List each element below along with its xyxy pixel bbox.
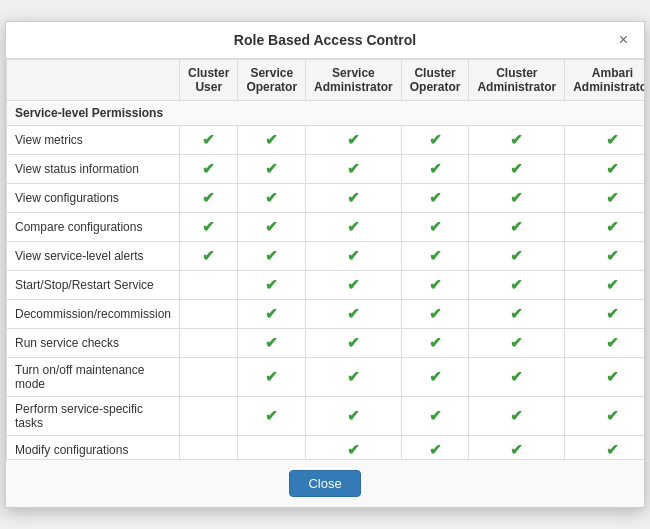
checkmark-icon: ✔ [202,131,215,148]
modal-title: Role Based Access Control [234,32,416,48]
col-cluster-administrator: Cluster Administrator [469,60,565,101]
close-button[interactable]: Close [289,470,360,497]
permission-value-cell: ✔ [401,397,469,436]
permission-value-cell: ✔ [469,242,565,271]
permission-value-cell [180,358,238,397]
permission-cell: Modify configurations [7,436,180,460]
permission-value-cell: ✔ [565,436,644,460]
permission-cell: View configurations [7,184,180,213]
checkmark-icon: ✔ [606,441,619,458]
permission-value-cell: ✔ [401,242,469,271]
permission-value-cell: ✔ [180,242,238,271]
checkmark-icon: ✔ [510,441,523,458]
permission-cell: Start/Stop/Restart Service [7,271,180,300]
table-row: Perform service-specific tasks✔✔✔✔✔ [7,397,645,436]
permission-value-cell: ✔ [565,271,644,300]
checkmark-icon: ✔ [265,131,278,148]
table-row: Turn on/off maintenance mode✔✔✔✔✔ [7,358,645,397]
permission-value-cell: ✔ [401,126,469,155]
checkmark-icon: ✔ [347,247,360,264]
checkmark-icon: ✔ [606,276,619,293]
close-x-button[interactable]: × [613,30,634,50]
checkmark-icon: ✔ [202,160,215,177]
permission-value-cell: ✔ [306,155,402,184]
permission-value-cell: ✔ [401,300,469,329]
checkmark-icon: ✔ [265,160,278,177]
table-row: Decommission/recommission✔✔✔✔✔ [7,300,645,329]
checkmark-icon: ✔ [202,218,215,235]
col-cluster-operator: Cluster Operator [401,60,469,101]
checkmark-icon: ✔ [347,160,360,177]
permission-value-cell: ✔ [180,155,238,184]
checkmark-icon: ✔ [606,160,619,177]
permission-value-cell: ✔ [238,300,306,329]
checkmark-icon: ✔ [429,441,442,458]
permission-cell: Turn on/off maintenance mode [7,358,180,397]
checkmark-icon: ✔ [510,189,523,206]
checkmark-icon: ✔ [429,160,442,177]
checkmark-icon: ✔ [265,368,278,385]
checkmark-icon: ✔ [347,218,360,235]
checkmark-icon: ✔ [510,276,523,293]
permission-value-cell: ✔ [238,184,306,213]
permission-value-cell: ✔ [401,436,469,460]
permission-value-cell: ✔ [469,213,565,242]
modal-footer: Close [6,459,644,507]
permission-value-cell: ✔ [180,184,238,213]
permission-value-cell: ✔ [306,271,402,300]
table-row: View configurations✔✔✔✔✔✔ [7,184,645,213]
table-row: View metrics✔✔✔✔✔✔ [7,126,645,155]
permission-value-cell: ✔ [306,184,402,213]
checkmark-icon: ✔ [265,189,278,206]
checkmark-icon: ✔ [606,368,619,385]
modal: Role Based Access Control × Cluster User… [5,21,645,508]
permission-value-cell: ✔ [401,155,469,184]
checkmark-icon: ✔ [429,131,442,148]
permission-value-cell: ✔ [238,155,306,184]
col-service-administrator: Service Administrator [306,60,402,101]
permission-value-cell: ✔ [469,358,565,397]
checkmark-icon: ✔ [347,334,360,351]
permission-value-cell [180,271,238,300]
checkmark-icon: ✔ [265,218,278,235]
permission-value-cell: ✔ [306,329,402,358]
checkmark-icon: ✔ [429,334,442,351]
checkmark-icon: ✔ [606,305,619,322]
table-row: View service-level alerts✔✔✔✔✔✔ [7,242,645,271]
checkmark-icon: ✔ [606,334,619,351]
permission-value-cell: ✔ [306,213,402,242]
checkmark-icon: ✔ [606,407,619,424]
permission-value-cell: ✔ [238,271,306,300]
checkmark-icon: ✔ [202,189,215,206]
permission-value-cell: ✔ [306,126,402,155]
permission-value-cell: ✔ [238,358,306,397]
checkmark-icon: ✔ [429,407,442,424]
permission-cell: View metrics [7,126,180,155]
checkmark-icon: ✔ [347,189,360,206]
table-row: Compare configurations✔✔✔✔✔✔ [7,213,645,242]
checkmark-icon: ✔ [265,334,278,351]
permission-value-cell: ✔ [238,329,306,358]
permission-value-cell: ✔ [306,436,402,460]
permission-value-cell: ✔ [306,358,402,397]
permission-value-cell [180,397,238,436]
permission-cell: Compare configurations [7,213,180,242]
permission-cell: Run service checks [7,329,180,358]
permission-value-cell: ✔ [401,184,469,213]
permission-value-cell: ✔ [238,397,306,436]
checkmark-icon: ✔ [347,276,360,293]
checkmark-icon: ✔ [510,131,523,148]
checkmark-icon: ✔ [606,131,619,148]
permission-value-cell: ✔ [306,300,402,329]
permission-value-cell: ✔ [565,242,644,271]
permission-value-cell: ✔ [401,271,469,300]
table-wrapper[interactable]: Cluster User Service Operator Service Ad… [6,59,644,459]
table-row: Modify configurations✔✔✔✔ [7,436,645,460]
section-header-row: Service-level Permissions [7,101,645,126]
permission-value-cell: ✔ [306,242,402,271]
table-row: View status information✔✔✔✔✔✔ [7,155,645,184]
permission-value-cell: ✔ [401,358,469,397]
col-ambari-administrator: Ambari Administrator [565,60,644,101]
permission-value-cell: ✔ [469,300,565,329]
permission-value-cell: ✔ [565,155,644,184]
